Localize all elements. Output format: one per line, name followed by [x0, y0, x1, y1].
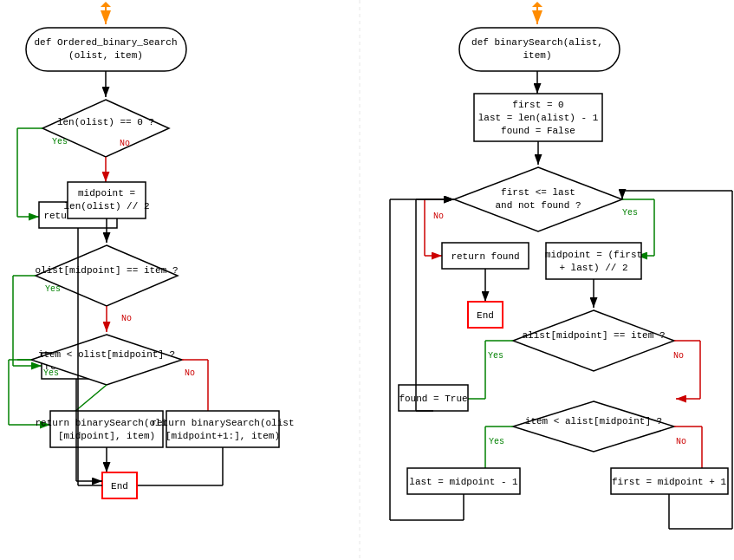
left-item-yes-label: Yes [45, 284, 61, 294]
left-len-diamond [42, 100, 169, 157]
left-rec-right-text2: [midpoint+1:], item) [166, 431, 280, 441]
left-less-yes-label: Yes [43, 368, 59, 378]
left-rec-left-box [50, 411, 163, 447]
right-alist-yes-label: Yes [488, 351, 503, 361]
start-triangle-left [101, 2, 111, 7]
right-while-yes-label: Yes [622, 208, 638, 218]
start-triangle-right [532, 2, 542, 7]
right-while-text2: and not found ? [495, 200, 581, 211]
left-item-no-label: No [121, 314, 132, 323]
right-less-yes-label: Yes [489, 437, 504, 446]
left-func-def-text1: def Ordered_binary_Search [34, 37, 177, 48]
right-found-true-text: found = True [399, 394, 467, 404]
left-func-def-text2: (olist, item) [68, 50, 143, 61]
right-while-diamond [454, 167, 622, 231]
left-midpoint-text1: midpoint = [78, 188, 135, 199]
right-init-text1: first = 0 [512, 100, 563, 110]
right-while-text1: first <= last [501, 187, 575, 198]
left-len-text1: len(olist) == 0 ? [57, 117, 154, 127]
right-end-text: End [477, 310, 494, 321]
right-first-text: first = midpoint + 1 [612, 477, 726, 487]
right-init-text2: last = len(alist) - 1 [478, 113, 599, 123]
right-alist-diamond [513, 310, 674, 371]
left-rec-right-text1: return binarySearch(olist [151, 418, 294, 428]
right-midpoint-box [546, 243, 641, 279]
right-return-found-text: return found [451, 251, 519, 262]
left-len-yes-label: Yes [52, 137, 68, 147]
right-midpoint-text2: + last) // 2 [559, 263, 627, 273]
right-midpoint-text1: midpoint = (first [545, 250, 642, 260]
right-func-def-text2: item) [523, 50, 551, 61]
left-len-no-label: No [120, 139, 130, 148]
right-func-def-text1: def binarySearch(alist, [471, 37, 603, 48]
right-less-diamond [513, 401, 674, 452]
left-midpoint-text2: len(olist) // 2 [63, 201, 149, 212]
left-rec-left-text2: [midpoint], item) [58, 431, 155, 441]
left-end-text: End [111, 481, 128, 492]
right-func-def-box [459, 28, 620, 71]
left-item-text: olist[midpoint] == item ? [35, 265, 178, 276]
right-last-text: last = midpoint - 1 [409, 477, 518, 487]
right-alist-text: alist[midpoint] == item ? [522, 330, 665, 341]
right-init-text3: found = False [501, 126, 575, 136]
right-alist-no-label: No [673, 351, 684, 361]
left-less-no-label: No [185, 368, 195, 378]
left-item-diamond [36, 245, 178, 306]
right-less-no-label: No [676, 437, 686, 446]
left-less-text: item < olist[midpoint] ? [38, 349, 175, 360]
left-func-def-box [26, 28, 186, 71]
left-rec-right-box [166, 411, 279, 447]
right-less-text: item < alist[midpoint] ? [525, 416, 662, 427]
right-while-no-label: No [433, 212, 444, 221]
